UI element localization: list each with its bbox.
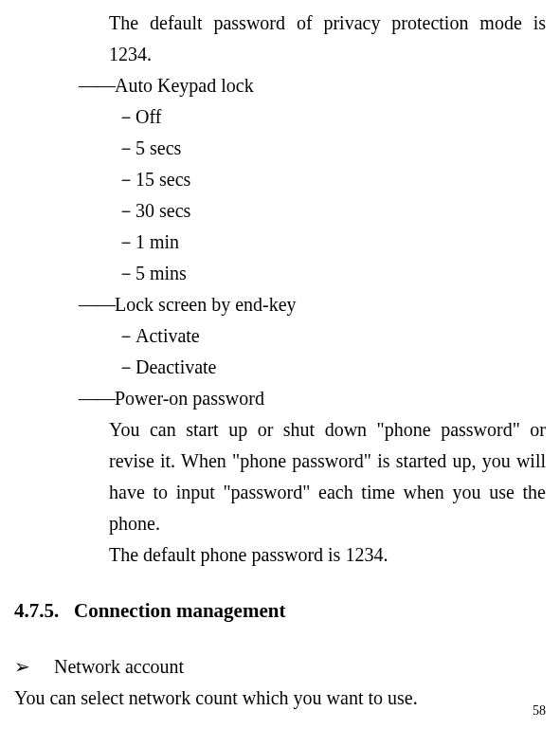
keypad-option-label: 15 secs — [135, 169, 190, 190]
power-on-password-heading: ――Power-on password — [14, 383, 546, 414]
dash-icon: － — [117, 200, 135, 221]
network-account-title: Network account — [54, 656, 184, 677]
dash-icon: － — [117, 137, 135, 158]
keypad-option-label: 1 min — [135, 231, 179, 252]
lock-screen-deactivate: －Deactivate — [14, 352, 546, 383]
section-heading: 4.7.5. Connection management — [14, 594, 546, 628]
keypad-option-5mins: －5 mins — [14, 258, 546, 289]
keypad-option-label: 5 mins — [135, 263, 187, 283]
dash-icon: － — [117, 169, 135, 190]
dash-icon: － — [117, 231, 135, 252]
dash-icon: － — [117, 106, 135, 127]
arrow-icon: ➢ — [14, 651, 54, 683]
power-on-password-description: You can start up or shut down "phone pas… — [14, 414, 546, 539]
auto-keypad-lock-heading: ――Auto Keypad lock — [14, 70, 546, 101]
dash-icon: － — [117, 263, 135, 283]
keypad-option-5secs: －5 secs — [14, 133, 546, 164]
lock-screen-activate: －Activate — [14, 320, 546, 352]
section-title-text: Connection management — [74, 599, 285, 622]
power-on-password-title: Power-on password — [115, 388, 264, 409]
lock-screen-option-label: Deactivate — [135, 356, 217, 377]
network-account-heading: ➢Network account — [14, 651, 546, 683]
double-dash-prefix: ―― — [79, 388, 115, 409]
section-number: 4.7.5. — [14, 599, 59, 622]
double-dash-prefix: ―― — [79, 294, 115, 315]
keypad-option-off: －Off — [14, 101, 546, 133]
network-account-body: You can select network count which you w… — [14, 683, 546, 714]
keypad-option-15secs: －15 secs — [14, 164, 546, 195]
keypad-option-1min: －1 min — [14, 227, 546, 258]
dash-icon: － — [117, 325, 135, 346]
lock-screen-option-label: Activate — [135, 325, 200, 346]
lock-screen-title: Lock screen by end-key — [115, 294, 297, 315]
keypad-option-label: Off — [135, 106, 161, 127]
dash-icon: － — [117, 356, 135, 377]
lock-screen-heading: ――Lock screen by end-key — [14, 289, 546, 320]
double-dash-prefix: ―― — [79, 75, 115, 96]
privacy-default-password-text: The default password of privacy protecti… — [14, 8, 546, 70]
keypad-option-label: 5 secs — [135, 137, 181, 158]
power-on-password-default-text: The default phone password is 1234. — [14, 539, 546, 571]
page-number: 58 — [533, 700, 546, 721]
keypad-option-label: 30 secs — [135, 200, 190, 221]
auto-keypad-lock-title: Auto Keypad lock — [115, 75, 254, 96]
keypad-option-30secs: －30 secs — [14, 195, 546, 227]
